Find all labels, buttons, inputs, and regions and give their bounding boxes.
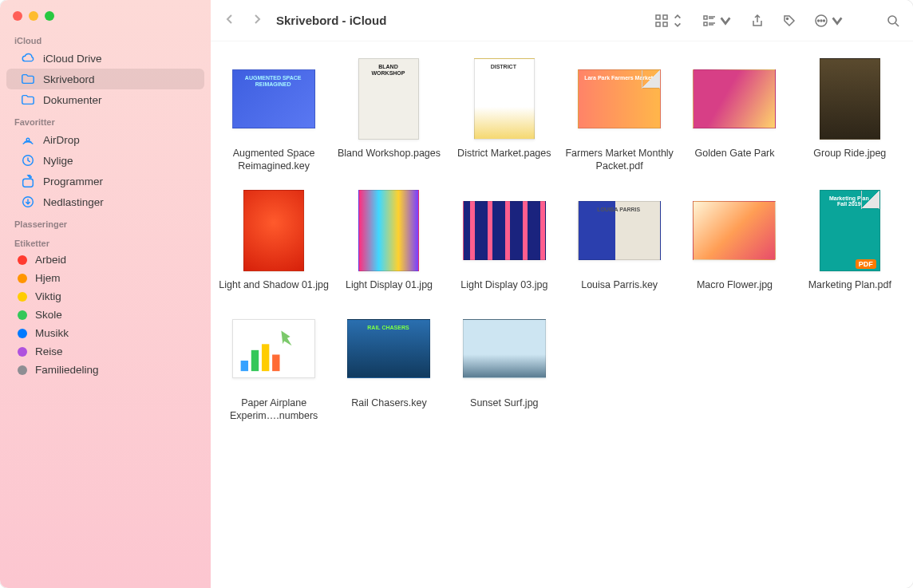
group-button[interactable]	[702, 14, 733, 28]
file-item[interactable]: Sunset Surf.jpg	[449, 306, 559, 423]
file-thumbnail	[346, 187, 432, 274]
sidebar-item-skrivebord[interactable]: Skrivebord	[6, 69, 204, 89]
sidebar-item-nedlastinger[interactable]: Nedlastinger	[6, 191, 204, 212]
sidebar-item-dokumenter[interactable]: Dokumenter	[6, 89, 204, 110]
share-button[interactable]	[750, 14, 765, 28]
file-thumbnail: Marketing Plan Fall 2019PDF	[807, 187, 893, 274]
file-label: Macro Flower.jpg	[697, 278, 773, 291]
tag-dot-icon	[18, 365, 27, 375]
file-item[interactable]: Paper Airplane Experim….numbers	[219, 306, 329, 423]
sidebar-item-programmer[interactable]: Programmer	[6, 171, 204, 191]
tag-label: Reise	[35, 345, 63, 357]
svg-rect-20	[241, 361, 248, 371]
file-item[interactable]: Golden Gate Park	[679, 56, 789, 173]
svg-point-13	[787, 18, 788, 19]
sidebar-item-airdrop[interactable]: AirDrop	[6, 129, 204, 150]
file-thumbnail: BLAND WORKSHOP	[346, 56, 432, 142]
file-item[interactable]: AUGMENTED SPACE REIMAGINEDAugmented Spac…	[219, 56, 329, 173]
close-button[interactable]	[13, 11, 22, 21]
svg-rect-10	[704, 22, 707, 26]
file-thumbnail	[461, 306, 547, 392]
more-actions-button[interactable]	[814, 14, 844, 28]
sidebar-item-label: iCloud Drive	[43, 53, 102, 65]
file-item[interactable]: Group Ride.jpeg	[795, 56, 905, 173]
clock-icon	[21, 153, 35, 168]
svg-point-15	[818, 20, 820, 22]
section-header: Favoritter	[0, 110, 211, 129]
file-label: District Market.pages	[457, 147, 551, 160]
toolbar: Skrivebord - iCloud	[211, 0, 913, 41]
tag-dot-icon	[18, 255, 27, 265]
svg-point-17	[824, 20, 825, 22]
file-item[interactable]: BLAND WORKSHOPBland Workshop.pages	[334, 56, 444, 173]
view-mode-button[interactable]	[654, 14, 685, 28]
tag-label: Hjem	[35, 272, 61, 284]
tag-musikk[interactable]: Musikk	[0, 324, 211, 342]
file-thumbnail	[807, 56, 893, 142]
forward-button[interactable]	[251, 12, 263, 30]
file-item[interactable]: LOUISA PARRISLouisa Parris.key	[564, 187, 674, 291]
sidebar-item-label: Skrivebord	[43, 73, 95, 85]
svg-rect-21	[251, 350, 259, 371]
maximize-button[interactable]	[45, 11, 54, 21]
airdrop-icon	[21, 132, 35, 147]
tag-skole[interactable]: Skole	[0, 306, 211, 324]
tag-familiedeling[interactable]: Familiedeling	[0, 361, 211, 379]
file-item[interactable]: Light Display 01.jpg	[334, 187, 444, 291]
tag-label: Familiedeling	[35, 364, 99, 376]
tag-viktig[interactable]: Viktig	[0, 287, 211, 306]
file-thumbnail	[461, 187, 547, 274]
file-thumbnail: Lara Park Farmers Market	[576, 56, 662, 142]
tag-dot-icon	[18, 347, 27, 357]
file-thumbnail: DISTRICT	[461, 56, 547, 142]
main-panel: Skrivebord - iCloud	[211, 0, 913, 588]
section-header: iCloud	[0, 29, 211, 48]
file-item[interactable]: Light and Shadow 01.jpg	[219, 187, 329, 291]
file-thumbnail	[691, 187, 777, 274]
back-button[interactable]	[223, 12, 236, 30]
file-label: Augmented Space Reimagined.key	[219, 147, 329, 173]
file-item[interactable]: Marketing Plan Fall 2019PDFMarketing Pla…	[795, 187, 905, 291]
apps-icon	[21, 174, 35, 188]
file-label: Sunset Surf.jpg	[470, 397, 538, 409]
svg-rect-3	[656, 15, 660, 19]
sidebar-item-label: Dokumenter	[43, 94, 102, 106]
file-label: Golden Gate Park	[694, 147, 774, 160]
svg-rect-6	[663, 22, 667, 26]
file-label: Light Display 03.jpg	[460, 278, 547, 291]
folder-icon	[21, 72, 35, 86]
sidebar-item-icloud-drive[interactable]: iCloud Drive	[6, 48, 204, 69]
pdf-badge: PDF	[856, 259, 876, 269]
tag-label: Musikk	[35, 327, 69, 339]
file-item[interactable]: DISTRICTDistrict Market.pages	[449, 56, 559, 173]
download-icon	[21, 195, 35, 209]
svg-rect-23	[272, 354, 279, 371]
sidebar-item-nylige[interactable]: Nylige	[6, 150, 204, 171]
sidebar-item-label: Programmer	[43, 176, 103, 187]
tag-arbeid[interactable]: Arbeid	[0, 251, 211, 269]
file-thumbnail: RAIL CHASERS	[346, 306, 432, 392]
file-label: Group Ride.jpeg	[813, 147, 886, 160]
sidebar-item-label: Nedlastinger	[43, 196, 104, 208]
svg-point-18	[888, 16, 896, 24]
file-label: Rail Chasers.key	[351, 397, 426, 409]
tag-label: Skole	[35, 309, 62, 321]
tags-button[interactable]	[782, 14, 796, 28]
search-button[interactable]	[886, 14, 900, 28]
minimize-button[interactable]	[29, 11, 38, 21]
file-item[interactable]: Lara Park Farmers MarketFarmers Market M…	[564, 56, 674, 173]
file-label: Farmers Market Monthly Packet.pdf	[564, 147, 674, 173]
tag-hjem[interactable]: Hjem	[0, 269, 211, 287]
file-item[interactable]: Macro Flower.jpg	[679, 187, 789, 291]
tag-reise[interactable]: Reise	[0, 342, 211, 361]
file-thumbnail	[691, 56, 777, 142]
tag-dot-icon	[18, 310, 27, 320]
tag-label: Viktig	[35, 290, 61, 302]
file-item[interactable]: RAIL CHASERSRail Chasers.key	[334, 306, 444, 423]
file-item[interactable]: Light Display 03.jpg	[449, 187, 559, 291]
tag-dot-icon	[18, 274, 27, 283]
file-thumbnail	[231, 187, 317, 274]
file-label: Marketing Plan.pdf	[808, 278, 891, 291]
section-header: Plasseringer	[0, 212, 211, 231]
svg-rect-4	[663, 15, 667, 19]
